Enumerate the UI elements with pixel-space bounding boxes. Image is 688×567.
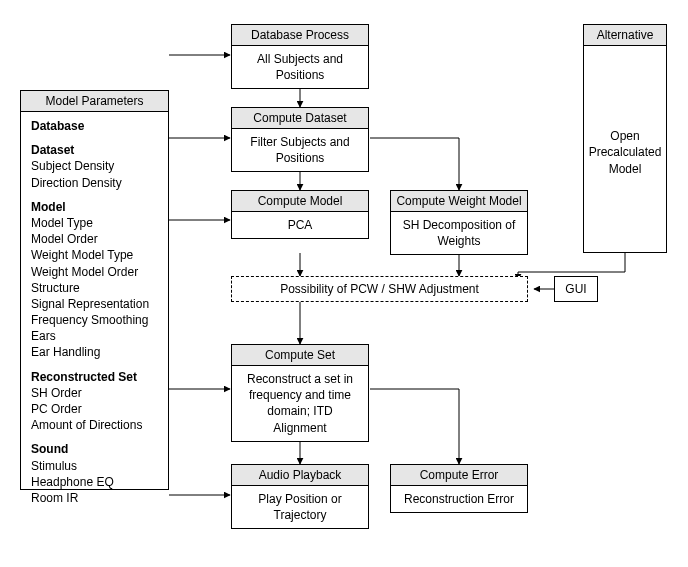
audio-playback-title: Audio Playback xyxy=(232,465,368,486)
audio-playback-body: Play Position or Trajectory xyxy=(232,486,368,528)
compute-error-box: Compute Error Reconstruction Error xyxy=(390,464,528,513)
param-item: SH Order xyxy=(31,385,158,401)
database-process-title: Database Process xyxy=(232,25,368,46)
param-item: Weight Model Type xyxy=(31,247,158,263)
compute-weight-model-box: Compute Weight Model SH Decomposition of… xyxy=(390,190,528,255)
compute-dataset-title: Compute Dataset xyxy=(232,108,368,129)
param-category: Model xyxy=(31,199,158,215)
database-process-box: Database Process All Subjects and Positi… xyxy=(231,24,369,89)
compute-set-body: Reconstruct a set in frequency and time … xyxy=(232,366,368,441)
compute-error-title: Compute Error xyxy=(391,465,527,486)
alternative-title: Alternative xyxy=(584,25,666,46)
compute-weight-model-title: Compute Weight Model xyxy=(391,191,527,212)
param-item: Headphone EQ xyxy=(31,474,158,490)
gui-box[interactable]: GUI xyxy=(554,276,598,302)
param-category: Sound xyxy=(31,441,158,457)
database-process-body: All Subjects and Positions xyxy=(232,46,368,88)
compute-dataset-body: Filter Subjects and Positions xyxy=(232,129,368,171)
compute-set-title: Compute Set xyxy=(232,345,368,366)
param-category: Database xyxy=(31,118,158,134)
compute-model-title: Compute Model xyxy=(232,191,368,212)
compute-error-body: Reconstruction Error xyxy=(391,486,527,512)
param-item: Model Order xyxy=(31,231,158,247)
param-item: Subject Density xyxy=(31,158,158,174)
param-item: Ears xyxy=(31,328,158,344)
param-item: Weight Model Order xyxy=(31,264,158,280)
param-item: Frequency Smoothing xyxy=(31,312,158,328)
compute-model-body: PCA xyxy=(232,212,368,238)
compute-set-box: Compute Set Reconstruct a set in frequen… xyxy=(231,344,369,442)
param-item: Stimulus xyxy=(31,458,158,474)
param-item: Amount of Directions xyxy=(31,417,158,433)
param-item: Direction Density xyxy=(31,175,158,191)
compute-model-box: Compute Model PCA xyxy=(231,190,369,239)
alternative-box: Alternative Open Precalculated Model xyxy=(583,24,667,253)
param-item: Structure xyxy=(31,280,158,296)
param-item: Ear Handling xyxy=(31,344,158,360)
model-parameters-body: DatabaseDatasetSubject DensityDirection … xyxy=(21,112,168,512)
model-parameters-title: Model Parameters xyxy=(21,91,168,112)
param-category: Reconstructed Set xyxy=(31,369,158,385)
param-category: Dataset xyxy=(31,142,158,158)
param-item: Signal Representation xyxy=(31,296,158,312)
model-parameters-panel: Model Parameters DatabaseDatasetSubject … xyxy=(20,90,169,490)
compute-dataset-box: Compute Dataset Filter Subjects and Posi… xyxy=(231,107,369,172)
param-item: PC Order xyxy=(31,401,158,417)
compute-weight-model-body: SH Decomposition of Weights xyxy=(391,212,527,254)
pcw-shw-adjustment-box: Possibility of PCW / SHW Adjustment xyxy=(231,276,528,302)
param-item: Room IR xyxy=(31,490,158,506)
alternative-body: Open Precalculated Model xyxy=(584,46,666,259)
param-item: Model Type xyxy=(31,215,158,231)
audio-playback-box: Audio Playback Play Position or Trajecto… xyxy=(231,464,369,529)
